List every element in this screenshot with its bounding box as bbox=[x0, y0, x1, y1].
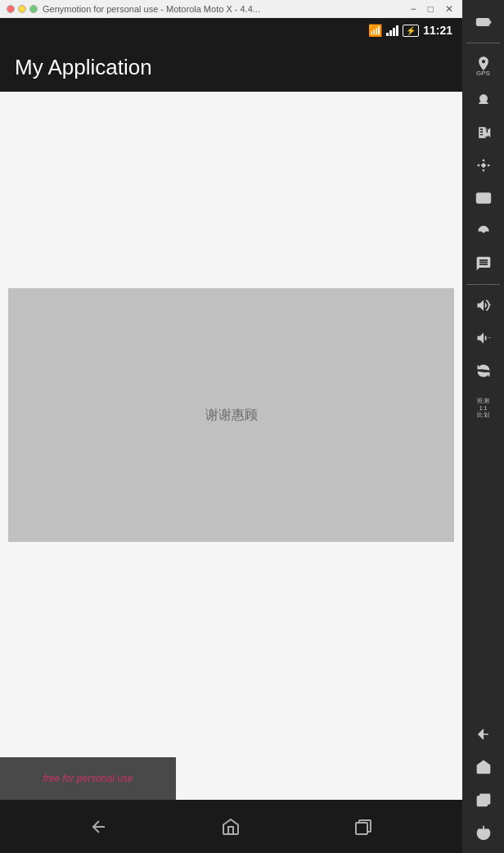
svg-rect-2 bbox=[478, 20, 486, 25]
pan-button[interactable] bbox=[469, 151, 498, 180]
status-icons: 📶 ⚡ 11:21 bbox=[368, 24, 452, 37]
title-bar-controls[interactable]: − □ ✕ bbox=[408, 3, 456, 15]
volume-up-button[interactable]: + bbox=[469, 291, 498, 320]
nav-bar bbox=[0, 800, 462, 853]
svg-text:−: − bbox=[488, 335, 491, 341]
watermark-text: free for personal use bbox=[43, 773, 133, 784]
back-button[interactable] bbox=[79, 806, 119, 847]
signal-bar-2 bbox=[389, 30, 392, 36]
gps-label: GPS bbox=[476, 70, 490, 77]
status-bar: 📶 ⚡ 11:21 bbox=[0, 18, 462, 43]
signal-bar-1 bbox=[386, 33, 389, 36]
webcam-button[interactable] bbox=[469, 85, 498, 115]
power-icon bbox=[475, 824, 492, 841]
signal-bar-4 bbox=[396, 25, 398, 36]
sidebar-home-icon bbox=[475, 759, 492, 775]
nfc-button[interactable] bbox=[469, 216, 498, 246]
signal-bar-3 bbox=[393, 28, 395, 36]
close-window-btn[interactable] bbox=[7, 5, 15, 13]
sidebar-recents-icon bbox=[475, 792, 492, 808]
window-title: Genymotion for personal use - Motorola M… bbox=[43, 4, 260, 14]
camera-button[interactable] bbox=[469, 118, 498, 147]
svg-point-8 bbox=[482, 230, 484, 232]
sidebar-divider-mid bbox=[466, 284, 500, 285]
app-title: My Application bbox=[15, 55, 152, 80]
window-controls[interactable] bbox=[7, 5, 38, 13]
sidebar-home-button[interactable] bbox=[469, 752, 498, 782]
sms-icon bbox=[475, 255, 492, 272]
id-button[interactable] bbox=[469, 183, 498, 213]
svg-point-4 bbox=[482, 97, 484, 100]
recents-button[interactable] bbox=[343, 806, 384, 847]
app-bar: My Application bbox=[0, 43, 462, 92]
gps-icon bbox=[475, 54, 492, 70]
maximize-window-btn[interactable] bbox=[29, 5, 38, 13]
main-content: 谢谢惠顾 free for personal use bbox=[0, 92, 462, 800]
home-icon bbox=[221, 817, 241, 837]
title-bar-left: Genymotion for personal use - Motorola M… bbox=[7, 4, 260, 14]
phone-screen: 📶 ⚡ 11:21 My Application 谢谢惠顾 free for p… bbox=[0, 18, 462, 853]
scale-label: 照 测 1:1 比 划 bbox=[477, 398, 490, 418]
power-button[interactable] bbox=[469, 818, 498, 847]
svg-rect-0 bbox=[356, 823, 367, 834]
volume-up-icon: + bbox=[475, 297, 492, 314]
status-time: 11:21 bbox=[423, 24, 452, 37]
battery-icon: ⚡ bbox=[403, 25, 419, 37]
sidebar-back-icon bbox=[475, 726, 492, 742]
volume-down-icon: − bbox=[475, 330, 492, 346]
minimize-btn[interactable]: − bbox=[408, 3, 419, 15]
restore-btn[interactable]: □ bbox=[425, 3, 436, 15]
nfc-icon bbox=[475, 223, 492, 239]
webcam-icon bbox=[475, 92, 492, 108]
svg-text:+: + bbox=[488, 302, 491, 308]
svg-rect-6 bbox=[476, 193, 490, 203]
camera-icon bbox=[475, 124, 492, 141]
back-icon bbox=[89, 817, 109, 837]
battery-sidebar-icon[interactable] bbox=[469, 7, 498, 37]
id-icon bbox=[475, 190, 492, 206]
wifi-icon: 📶 bbox=[368, 24, 382, 37]
volume-down-button[interactable]: − bbox=[469, 323, 498, 353]
svg-marker-5 bbox=[488, 128, 490, 138]
rotate-icon bbox=[475, 363, 492, 379]
sidebar-recents-button[interactable] bbox=[469, 785, 498, 815]
gps-button[interactable]: GPS bbox=[469, 49, 498, 82]
pan-icon bbox=[475, 157, 492, 174]
recents-icon bbox=[353, 817, 373, 837]
watermark-overlay: free for personal use bbox=[0, 757, 176, 800]
home-button[interactable] bbox=[210, 806, 251, 847]
rotate-button[interactable] bbox=[469, 356, 498, 386]
ad-banner[interactable]: 谢谢惠顾 bbox=[8, 288, 454, 542]
battery-full-icon bbox=[475, 14, 492, 30]
sms-button[interactable] bbox=[469, 249, 498, 278]
scale-button[interactable]: 照 测 1:1 比 划 bbox=[469, 389, 498, 428]
sidebar-back-button[interactable] bbox=[469, 720, 498, 749]
ad-text: 谢谢惠顾 bbox=[205, 407, 258, 424]
right-sidebar: GPS bbox=[462, 0, 504, 853]
signal-bars-icon bbox=[386, 25, 398, 36]
title-bar: Genymotion for personal use - Motorola M… bbox=[0, 0, 462, 18]
close-btn[interactable]: ✕ bbox=[443, 3, 456, 15]
sidebar-divider-top bbox=[466, 43, 500, 43]
minimize-window-btn[interactable] bbox=[18, 5, 26, 13]
